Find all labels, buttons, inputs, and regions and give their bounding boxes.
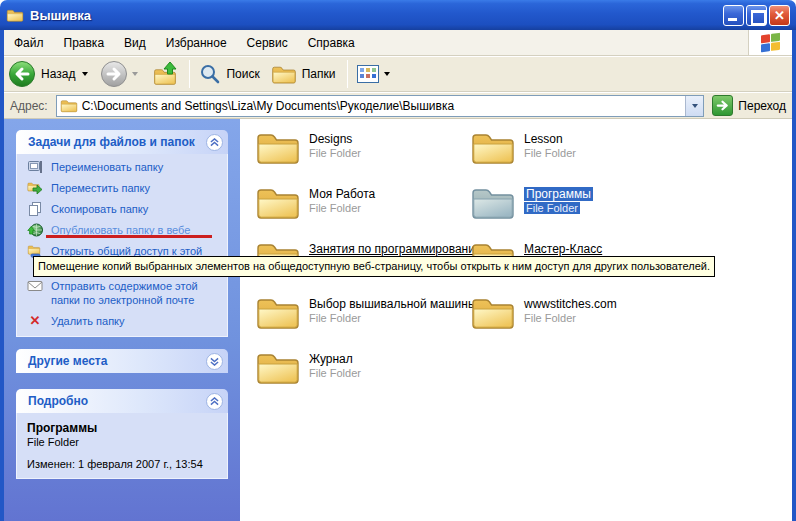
other-places-panel: Другие места	[16, 349, 228, 373]
task-label[interactable]: Переименовать папку	[51, 160, 163, 174]
folders-icon	[271, 63, 297, 85]
folder-name: Занятия по программированию	[309, 242, 484, 256]
folder-type: File Folder	[309, 311, 477, 325]
menu-tools[interactable]: Сервис	[237, 32, 298, 54]
back-button[interactable]: Назад	[4, 60, 96, 88]
task-pane-sidebar: Задачи для файлов и папок Пе	[4, 119, 240, 521]
folder-icon-selected	[470, 183, 516, 221]
folder-item-programmy-selected[interactable]: Программы File Folder	[470, 183, 682, 221]
other-places-header[interactable]: Другие места	[16, 349, 228, 373]
folder-item-zhurnal[interactable]: Журнал File Folder	[255, 348, 467, 386]
go-button[interactable]	[712, 95, 733, 116]
task-copy-folder[interactable]: Скопировать папку	[27, 202, 219, 216]
toolbar: Назад П	[4, 57, 792, 92]
delete-folder-icon: ✕	[27, 314, 43, 328]
folder-type: File Folder	[309, 366, 361, 380]
tasks-panel-body: Переименовать папку Переместить папку	[16, 154, 228, 337]
publish-folder-icon	[27, 223, 43, 237]
folder-name: Выбор вышивальной машины	[309, 297, 477, 311]
menu-file[interactable]: Файл	[4, 32, 54, 54]
file-folder-tasks-panel: Задачи для файлов и папок Пе	[16, 130, 228, 337]
task-move-folder[interactable]: Переместить папку	[27, 181, 219, 195]
go-label[interactable]: Переход	[738, 99, 786, 113]
explorer-window: Вышивка Файл Правка Вид Избранное Сервис…	[0, 0, 796, 521]
forward-button[interactable]	[96, 60, 146, 88]
folder-type: File Folder	[524, 311, 617, 325]
title-bar: Вышивка	[0, 0, 796, 30]
address-path[interactable]: C:\Documents and Settings\Liza\My Docume…	[82, 99, 686, 113]
details-panel: Подробно Программы File Folder Изменен: …	[16, 389, 228, 479]
views-dropdown-icon[interactable]	[384, 72, 390, 76]
folder-icon	[470, 293, 516, 331]
back-dropdown-icon[interactable]	[82, 72, 88, 76]
address-dropdown-button[interactable]	[685, 96, 703, 116]
go-arrow-icon	[715, 98, 730, 113]
collapse-chevron-icon[interactable]	[206, 134, 223, 151]
folder-type: File Folder	[309, 146, 361, 160]
folder-item-moya-rabota[interactable]: Моя Работа File Folder	[255, 183, 467, 221]
folder-item-vybor-mashiny[interactable]: Выбор вышивальной машины File Folder	[255, 293, 467, 331]
folder-item-lesson[interactable]: Lesson File Folder	[470, 128, 682, 166]
forward-icon	[100, 60, 128, 88]
search-button[interactable]: Поиск	[195, 63, 266, 85]
folder-type: File Folder	[524, 146, 576, 160]
menu-view[interactable]: Вид	[114, 32, 156, 54]
task-label[interactable]: Отправить содержимое этой папки по элект…	[51, 279, 211, 307]
folders-button[interactable]: Папки	[267, 63, 343, 85]
address-bar: Адрес: C:\Documents and Settings\Liza\My…	[4, 93, 792, 119]
other-places-title: Другие места	[28, 354, 206, 368]
folder-type: File Folder	[524, 202, 580, 214]
window-title: Вышивка	[30, 8, 721, 23]
move-folder-icon	[27, 181, 43, 195]
folder-item-designs[interactable]: Designs File Folder	[255, 128, 467, 166]
folder-icon	[255, 128, 301, 166]
details-body: Программы File Folder Изменен: 1 февраля…	[16, 413, 228, 479]
tasks-panel-title: Задачи для файлов и папок	[28, 135, 206, 149]
forward-dropdown-icon[interactable]	[132, 72, 138, 76]
minimize-button[interactable]	[723, 5, 744, 26]
address-label: Адрес:	[10, 99, 48, 113]
maximize-button[interactable]	[746, 5, 767, 26]
folder-icon	[470, 128, 516, 166]
folder-name: Моя Работа	[309, 187, 375, 201]
folder-icon	[255, 348, 301, 386]
details-title: Подробно	[28, 394, 206, 408]
folder-icon	[255, 293, 301, 331]
menu-edit[interactable]: Правка	[54, 32, 115, 54]
folders-label: Папки	[302, 67, 336, 81]
expand-chevron-icon[interactable]	[206, 353, 223, 370]
search-label: Поиск	[226, 67, 259, 81]
folder-name: Журнал	[309, 352, 361, 366]
details-item-type: File Folder	[27, 436, 217, 448]
details-item-name: Программы	[27, 421, 217, 435]
toolbar-separator	[347, 60, 348, 88]
content-area: Задачи для файлов и папок Пе	[4, 119, 792, 521]
menu-favorites[interactable]: Избранное	[156, 32, 237, 54]
details-item-modified: Изменен: 1 февраля 2007 г., 13:54	[27, 458, 217, 470]
close-button[interactable]	[769, 5, 790, 26]
folder-item-wwwstitches[interactable]: wwwstitches.com File Folder	[470, 293, 682, 331]
menu-bar: Файл Правка Вид Избранное Сервис Справка	[4, 30, 792, 56]
task-delete-folder[interactable]: ✕ Удалить папку	[27, 314, 219, 328]
details-header[interactable]: Подробно	[16, 389, 228, 413]
folder-type: File Folder	[309, 201, 375, 215]
folder-list: Designs File Folder Lesson File Folder М…	[240, 119, 792, 521]
task-email-folder[interactable]: Отправить содержимое этой папки по элект…	[27, 279, 219, 307]
views-icon	[357, 65, 379, 83]
address-input[interactable]: C:\Documents and Settings\Liza\My Docume…	[56, 95, 705, 117]
copy-folder-icon	[27, 202, 43, 216]
task-label[interactable]: Переместить папку	[51, 181, 150, 195]
rename-folder-icon	[27, 160, 43, 174]
folder-name: Lesson	[524, 132, 576, 146]
tasks-panel-header[interactable]: Задачи для файлов и папок	[16, 130, 228, 154]
folder-icon	[255, 183, 301, 221]
up-arrow-icon	[162, 61, 178, 75]
task-label[interactable]: Скопировать папку	[51, 202, 148, 216]
menu-help[interactable]: Справка	[298, 32, 365, 54]
window-folder-icon	[6, 7, 24, 23]
views-button[interactable]	[353, 65, 398, 83]
collapse-chevron-icon[interactable]	[206, 393, 223, 410]
task-rename-folder[interactable]: Переименовать папку	[27, 160, 219, 174]
task-label[interactable]: Удалить папку	[51, 314, 125, 328]
up-button[interactable]	[152, 61, 178, 87]
